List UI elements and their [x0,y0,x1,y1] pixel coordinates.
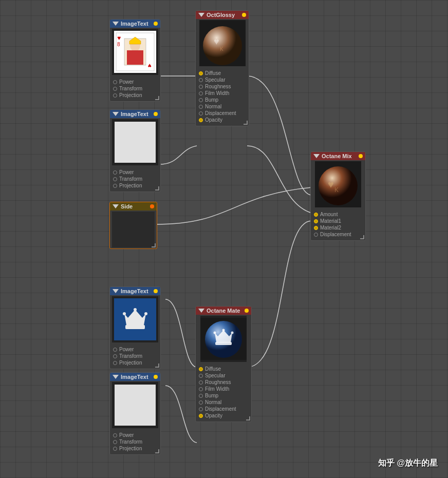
resize-handle-mate[interactable] [246,416,250,420]
port-filmwidth-mate[interactable]: Film Width [199,386,248,392]
node-octanemate-output-dot[interactable] [245,309,249,313]
port-material2-mix[interactable]: Material2 [314,225,362,231]
port-bump-mate[interactable]: Bump [199,393,248,398]
port-diffuse-octglossy[interactable]: Diffuse [199,70,246,76]
port-label-opacity: Opacity [205,117,222,123]
port-filmwidth-octglossy[interactable]: Film Width [199,90,246,96]
port-transform-4[interactable]: Transform [113,439,157,445]
port-label-power-1: Power [119,79,134,85]
port-power-2[interactable]: Power [113,169,157,175]
port-dot-transform-1 [113,87,117,91]
node-imagetext-2[interactable]: ImageText Power Transform Projection [109,109,161,192]
port-label-filmwidth: Film Width [205,90,229,96]
port-normal-octglossy[interactable]: Normal [199,104,246,109]
node-side[interactable]: Side [109,202,157,249]
port-projection-1[interactable]: Projection [113,92,157,98]
port-opacity-octglossy[interactable]: Opacity [199,117,246,123]
node-imagetext-4-label: ImageText [121,374,148,380]
resize-handle-1[interactable] [155,96,159,100]
port-label-material1: Material1 [320,218,341,224]
node-octglossy-header: OctGlossy [196,11,249,19]
port-label-projection-2: Projection [119,183,142,188]
port-dot-power-4 [113,433,117,437]
resize-handle-3[interactable] [155,364,159,368]
port-roughness-mate[interactable]: Roughness [199,379,248,385]
port-specular-octglossy[interactable]: Specular [199,77,246,83]
resize-handle-4[interactable] [155,449,159,453]
collapse-triangle-3 [113,289,119,293]
port-projection-3[interactable]: Projection [113,360,157,366]
port-normal-mate[interactable]: Normal [199,399,248,405]
port-amount-mix[interactable]: Amount [314,212,362,217]
resize-handle-side[interactable] [152,243,156,247]
port-dot-projection-4 [113,447,117,451]
node-imagetext-4[interactable]: ImageText Power Transform Projection [109,372,161,455]
node-octglossy-output-dot[interactable] [242,13,246,17]
port-dot-normal [199,105,203,109]
port-label-specular-mate: Specular [205,373,225,378]
port-label-transform-2: Transform [119,176,142,182]
port-dot-projection-3 [113,361,117,365]
port-projection-4[interactable]: Projection [113,446,157,451]
port-dot-roughness-mate [199,380,203,385]
resize-handle-mix[interactable] [360,235,364,239]
collapse-triangle-mix [313,154,320,158]
port-displacement-mix[interactable]: Displacement [314,232,362,237]
port-diffuse-mate[interactable]: Diffuse [199,366,248,372]
port-displacement-octglossy[interactable]: Displacement [199,110,246,116]
node-imagetext-1-output-dot[interactable] [154,22,158,26]
node-octanemix-output-dot[interactable] [359,154,363,158]
node-imagetext-4-body: Power Transform Projection [110,429,160,454]
node-imagetext-3-body: Power Transform Projection [110,343,160,369]
node-octanemix-label: Octane Mix [322,153,352,159]
svg-point-10 [203,26,242,65]
node-imagetext-2-output-dot[interactable] [154,112,158,116]
port-transform-1[interactable]: Transform [113,86,157,91]
port-dot-amount [314,213,318,217]
port-dot-displacement-mix [314,233,318,237]
port-power-4[interactable]: Power [113,432,157,438]
port-dot-transform-3 [113,354,117,358]
octglossy-sphere: ♥ K [199,20,246,66]
node-octglossy[interactable]: OctGlossy ♥ K Diffuse Specular [195,10,249,126]
node-imagetext-4-output-dot[interactable] [154,375,158,379]
port-label-projection-1: Projection [119,92,142,98]
port-dot-bump [199,98,203,102]
port-transform-3[interactable]: Transform [113,353,157,359]
svg-text:♥: ♥ [148,62,152,69]
node-octanemate[interactable]: Octane Mate Diffuse [195,306,252,422]
port-dot-specular [199,78,203,82]
node-imagetext-1-body: Power Transform Projection [110,76,160,101]
node-side-output-dot[interactable] [150,204,154,208]
port-label-displacement: Displacement [205,110,236,116]
port-power-1[interactable]: Power [113,79,157,85]
node-imagetext-4-preview [112,382,158,428]
node-imagetext-3[interactable]: ImageText Power Transform Projection [109,286,161,369]
node-imagetext-3-label: ImageText [121,288,148,294]
port-label-opacity-mate: Opacity [205,413,222,418]
node-imagetext-2-body: Power Transform Projection [110,166,160,192]
port-material1-mix[interactable]: Material1 [314,218,362,224]
port-specular-mate[interactable]: Specular [199,373,248,378]
port-dot-power-1 [113,80,117,84]
resize-handle-2[interactable] [155,186,159,190]
port-displacement-mate[interactable]: Displacement [199,406,248,412]
port-bump-octglossy[interactable]: Bump [199,97,246,103]
port-power-3[interactable]: Power [113,347,157,352]
port-projection-2[interactable]: Projection [113,183,157,188]
port-dot-displacement-mate [199,407,203,411]
node-imagetext-1[interactable]: ImageText ♥ 8 ♥ Power Transform [109,19,161,102]
octanemix-sphere: ♥ K [315,161,361,207]
svg-point-14 [319,166,358,205]
node-octanemix[interactable]: Octane Mix ♥ K Amount Material1 [310,151,366,241]
collapse-triangle-side [113,204,119,208]
collapse-triangle-octglossy [198,13,204,17]
resize-handle-octglossy[interactable] [244,121,248,125]
port-roughness-octglossy[interactable]: Roughness [199,84,246,89]
node-imagetext-3-output-dot[interactable] [154,289,158,293]
node-octanemate-preview [200,316,247,362]
node-side-preview [112,212,155,247]
port-opacity-mate[interactable]: Opacity [199,413,248,418]
collapse-triangle-2 [113,112,119,116]
port-transform-2[interactable]: Transform [113,176,157,182]
